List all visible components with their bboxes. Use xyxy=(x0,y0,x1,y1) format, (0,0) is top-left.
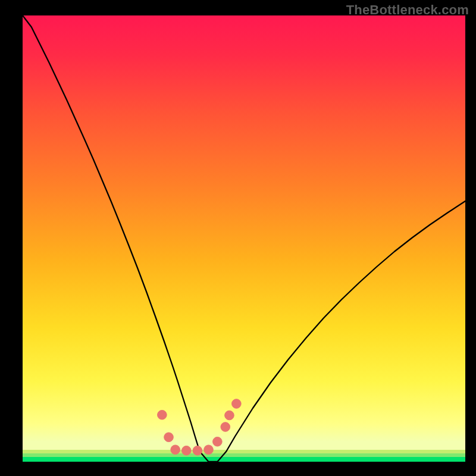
green-strip-1 xyxy=(23,450,465,453)
bottleneck-chart xyxy=(0,0,476,476)
data-marker xyxy=(225,411,234,420)
watermark-text: TheBottleneck.com xyxy=(346,2,469,18)
green-strip-2 xyxy=(23,453,465,457)
chart-container: { "watermark": "TheBottleneck.com", "col… xyxy=(0,0,476,476)
plot-area xyxy=(23,15,465,462)
data-marker xyxy=(164,433,174,442)
data-marker xyxy=(204,445,214,455)
data-marker xyxy=(232,399,242,409)
data-marker xyxy=(171,445,180,455)
green-strip-3 xyxy=(23,457,465,462)
data-marker xyxy=(221,422,230,432)
gradient-bg xyxy=(23,15,465,462)
data-marker xyxy=(213,437,223,446)
data-marker xyxy=(181,446,191,455)
data-marker xyxy=(158,410,167,419)
data-marker xyxy=(193,446,202,455)
